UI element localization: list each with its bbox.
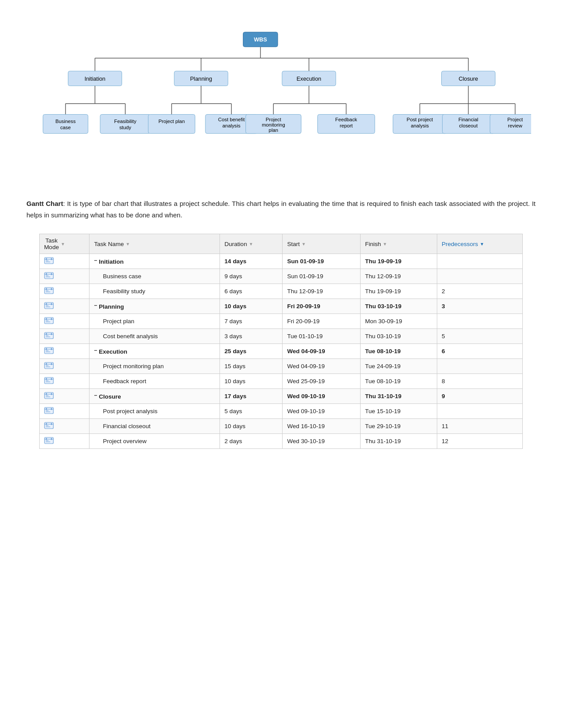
svg-rect-99 <box>51 348 52 350</box>
table-row: Business case9 daysSun 01-09-19Thu 12-09… <box>39 269 522 284</box>
predecessors-cell <box>437 314 522 329</box>
task-mode-cell <box>39 434 89 449</box>
table-row: ⁻ Closure17 daysWed 09-10-19Thu 31-10-19… <box>39 389 522 404</box>
svg-rect-69 <box>51 273 52 275</box>
duration-cell: 14 days <box>220 254 283 269</box>
predecessors-cell: 9 <box>437 389 522 404</box>
svg-text:review: review <box>508 123 522 128</box>
task-name-cell: ⁻ Initiation <box>89 254 220 269</box>
start-dropdown-icon[interactable]: ▼ <box>301 242 306 246</box>
svg-rect-63 <box>51 258 52 260</box>
col-header-finish[interactable]: Finish ▼ <box>361 234 437 254</box>
table-row: Financial closeout10 daysWed 16-10-19Tue… <box>39 419 522 434</box>
svg-text:analysis: analysis <box>411 123 429 128</box>
svg-text:Execution: Execution <box>297 75 321 82</box>
task-name-cell: Business case <box>89 269 220 284</box>
finish-cell: Thu 19-09-19 <box>361 254 437 269</box>
duration-cell: 10 days <box>220 419 283 434</box>
task-mode-cell <box>39 344 89 359</box>
predecessors-cell <box>437 254 522 269</box>
predecessors-cell: 11 <box>437 419 522 434</box>
duration-cell: 9 days <box>220 269 283 284</box>
col-header-duration[interactable]: Duration ▼ <box>220 234 283 254</box>
svg-text:monitoring: monitoring <box>262 122 285 127</box>
col-header-start[interactable]: Start ▼ <box>283 234 361 254</box>
predecessors-cell: 3 <box>437 299 522 314</box>
finish-cell: Thu 19-09-19 <box>361 284 437 299</box>
col-header-task-mode[interactable]: TaskMode ▼ <box>39 234 89 254</box>
finish-cell: Thu 03-10-19 <box>361 329 437 344</box>
duration-cell: 17 days <box>220 389 283 404</box>
svg-rect-98 <box>46 348 47 350</box>
gantt-table-container: TaskMode ▼ Task Name ▼ Duration ▼ <box>39 234 523 449</box>
task-mode-icon <box>44 332 54 339</box>
task-mode-cell <box>39 419 89 434</box>
task-mode-cell <box>39 269 89 284</box>
task-name-cell: Financial closeout <box>89 419 220 434</box>
svg-rect-104 <box>46 363 47 365</box>
svg-rect-117 <box>51 393 52 395</box>
task-name-dropdown-icon[interactable]: ▼ <box>126 242 130 246</box>
svg-text:case: case <box>60 125 71 130</box>
svg-rect-81 <box>51 303 52 305</box>
svg-text:WBS: WBS <box>254 36 267 43</box>
start-cell: Thu 12-09-19 <box>283 284 361 299</box>
svg-rect-80 <box>46 303 47 305</box>
task-mode-cell <box>39 404 89 419</box>
table-row: ⁻ Execution25 daysWed 04-09-19Tue 08-10-… <box>39 344 522 359</box>
task-name-cell: ⁻ Execution <box>89 344 220 359</box>
svg-rect-135 <box>51 438 52 440</box>
task-name-cell: Post project analysis <box>89 404 220 419</box>
task-mode-cell <box>39 389 89 404</box>
svg-rect-74 <box>46 288 47 290</box>
table-header-row: TaskMode ▼ Task Name ▼ Duration ▼ <box>39 234 522 254</box>
table-row: Feedback report10 daysWed 25-09-19Tue 08… <box>39 374 522 389</box>
svg-rect-68 <box>46 273 47 275</box>
task-mode-icon <box>44 362 54 369</box>
svg-text:Feedback: Feedback <box>335 117 357 122</box>
svg-rect-105 <box>51 363 52 365</box>
duration-cell: 5 days <box>220 404 283 419</box>
predecessors-cell <box>437 359 522 374</box>
col-header-task-name[interactable]: Task Name ▼ <box>89 234 220 254</box>
duration-dropdown-icon[interactable]: ▼ <box>249 242 253 246</box>
svg-text:Planning: Planning <box>190 75 212 82</box>
duration-cell: 7 days <box>220 314 283 329</box>
duration-cell: 2 days <box>220 434 283 449</box>
duration-cell: 25 days <box>220 344 283 359</box>
svg-rect-134 <box>46 438 47 440</box>
wbs-svg: WBS Initiation Planning Execution Closur… <box>31 26 531 176</box>
predecessors-cell <box>437 404 522 419</box>
task-mode-icon <box>44 347 54 354</box>
table-row: Feasibility study6 daysThu 12-09-19Thu 1… <box>39 284 522 299</box>
finish-dropdown-icon[interactable]: ▼ <box>383 242 387 246</box>
svg-text:Project plan: Project plan <box>159 119 185 124</box>
task-mode-icon <box>44 272 54 279</box>
svg-text:Project: Project <box>266 117 282 122</box>
svg-text:closeout: closeout <box>459 123 478 128</box>
finish-cell: Tue 29-10-19 <box>361 419 437 434</box>
table-row: ⁻ Planning10 daysFri 20-09-19Thu 03-10-1… <box>39 299 522 314</box>
col-header-predecessors[interactable]: Predecessors ▼ <box>437 234 522 254</box>
finish-cell: Thu 31-10-19 <box>361 389 437 404</box>
svg-text:Post project: Post project <box>407 117 434 122</box>
task-name-cell: ⁻ Closure <box>89 389 220 404</box>
task-mode-icon <box>44 317 54 324</box>
task-mode-dropdown-icon[interactable]: ▼ <box>61 242 65 246</box>
predecessors-dropdown-icon[interactable]: ▼ <box>480 242 484 246</box>
finish-cell: Tue 24-09-19 <box>361 359 437 374</box>
predecessors-cell: 8 <box>437 374 522 389</box>
task-mode-cell <box>39 374 89 389</box>
start-cell: Wed 04-09-19 <box>283 359 361 374</box>
start-cell: Wed 09-10-19 <box>283 404 361 419</box>
task-mode-icon <box>44 302 54 309</box>
svg-text:Financial: Financial <box>458 117 478 122</box>
task-name-cell: Feasibility study <box>89 284 220 299</box>
svg-text:Project: Project <box>507 117 523 122</box>
finish-cell: Tue 15-10-19 <box>361 404 437 419</box>
start-cell: Fri 20-09-19 <box>283 299 361 314</box>
task-name-cell: Project plan <box>89 314 220 329</box>
task-name-cell: Feedback report <box>89 374 220 389</box>
start-cell: Wed 16-10-19 <box>283 419 361 434</box>
predecessors-cell <box>437 269 522 284</box>
